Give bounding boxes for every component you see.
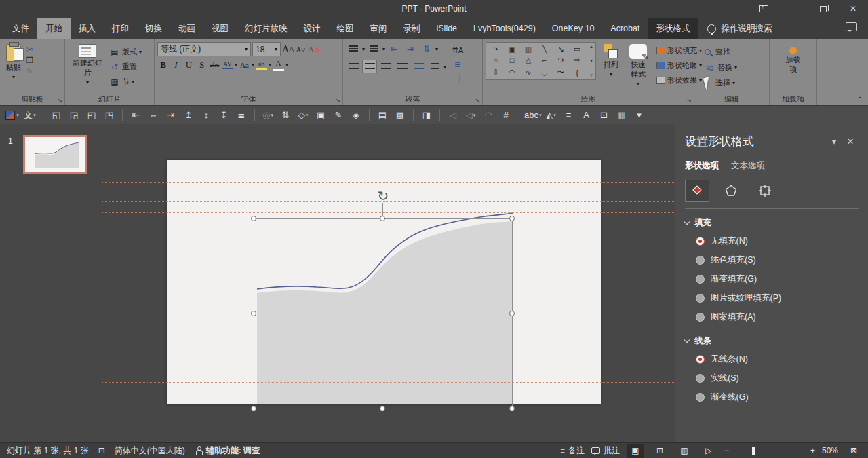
fit-to-window-button[interactable]: ⊠ xyxy=(845,444,863,458)
toolbar-icon-align-top[interactable]: ↥ xyxy=(180,108,197,123)
comments-chat-icon[interactable] xyxy=(846,22,857,31)
new-slide-button[interactable]: 新建幻灯片▾ xyxy=(68,42,107,89)
radio-option-no-line[interactable]: 无线条(N) xyxy=(696,354,859,365)
toolbar-icon-arc-tool[interactable]: ◠ xyxy=(480,108,496,123)
change-case-button[interactable]: Aa xyxy=(239,61,250,69)
shape-tool[interactable]: ╲ xyxy=(536,43,553,55)
fill-section-header[interactable]: 填充 xyxy=(685,217,859,229)
resize-handle-w[interactable] xyxy=(251,311,256,316)
underline-button[interactable]: U xyxy=(183,60,195,71)
shape-tool[interactable]: △ xyxy=(520,55,536,66)
resize-handle-se[interactable] xyxy=(509,406,515,411)
line-section-header[interactable]: 线条 xyxy=(685,335,859,347)
section-button[interactable]: ▦节▾ xyxy=(107,75,144,89)
toolbar-icon-text-effects[interactable]: abc xyxy=(524,108,541,123)
toolbar-icon-swap-size[interactable]: ⇅ xyxy=(277,108,294,123)
font-color-button[interactable]: A xyxy=(273,58,284,71)
bullets-button[interactable] xyxy=(346,42,361,56)
align-text-button[interactable]: ⊟ xyxy=(450,58,465,71)
find-button[interactable]: 查找 xyxy=(703,45,766,59)
zoom-level[interactable]: 50% xyxy=(822,446,838,455)
toolbar-icon-grid-tool[interactable]: # xyxy=(498,108,514,123)
radio-option-solid-line[interactable]: 实线(S) xyxy=(696,373,859,384)
accessibility-status[interactable]: 辅助功能: 调查 xyxy=(195,445,260,457)
toolbar-icon-format-brush[interactable]: ✎ xyxy=(330,108,347,123)
toolbar-icon-more-tools[interactable]: ▾ xyxy=(631,108,647,123)
shape-tool[interactable]: ◠ xyxy=(504,66,520,79)
shrink-font-button[interactable]: A˅ xyxy=(295,45,307,54)
shape-tool[interactable]: ⌐ xyxy=(536,55,553,66)
resize-handle-ne[interactable] xyxy=(509,216,515,221)
slide-thumbnail[interactable] xyxy=(23,135,87,174)
shape-tool[interactable]: ○ xyxy=(488,55,504,66)
zoom-in-button[interactable]: + xyxy=(810,446,815,455)
slide-sorter-view-button[interactable]: ⊞ xyxy=(651,444,669,458)
bold-button[interactable]: B xyxy=(157,60,169,71)
close-button[interactable]: ✕ xyxy=(838,0,868,18)
menu-tab-print[interactable]: 打印 xyxy=(104,18,137,39)
toolbar-icon-merge-shapes[interactable]: ◎ xyxy=(260,108,276,123)
toolbar-icon-edit-wrap-points[interactable]: ◁ xyxy=(462,108,479,123)
fill-line-icon-button[interactable] xyxy=(685,180,709,202)
distributed-button[interactable] xyxy=(411,60,426,73)
toolbar-icon-align-right[interactable]: ⇥ xyxy=(163,108,179,123)
shape-tool[interactable]: □ xyxy=(504,55,520,66)
align-right-button[interactable] xyxy=(378,60,393,73)
collapse-ribbon-button[interactable]: ⌃ xyxy=(857,96,863,103)
cut-icon[interactable]: ✂ xyxy=(24,45,35,54)
radio-option-solid-fill[interactable]: 纯色填充(S) xyxy=(696,254,859,266)
menu-tab-design[interactable]: 设计 xyxy=(296,18,329,39)
toolbar-icon-picture-placeholder-2[interactable]: ▩ xyxy=(392,108,408,123)
menu-tab-shape-format[interactable]: 形状格式 xyxy=(648,18,698,39)
tellme-search[interactable]: 操作说明搜索 xyxy=(721,23,772,35)
shape-tool[interactable]: 〜 xyxy=(553,66,569,79)
size-properties-icon-button[interactable] xyxy=(753,180,777,202)
resize-handle-n[interactable] xyxy=(380,216,385,221)
menu-tab-transitions[interactable]: 切换 xyxy=(137,18,170,39)
toolbar-icon-frame-tool[interactable]: ⊡ xyxy=(595,108,612,123)
shape-tool[interactable]: ▣ xyxy=(504,43,520,55)
format-painter-icon[interactable]: ✎ xyxy=(24,66,35,76)
menu-tab-view[interactable]: 视图 xyxy=(203,18,237,39)
menu-tab-islide[interactable]: iSlide xyxy=(429,18,466,39)
shape-tool[interactable]: ◔ xyxy=(488,43,504,55)
arrange-button[interactable]: 排列▾ xyxy=(600,42,622,79)
shapes-gallery-scroll[interactable]: ▴▾▿ xyxy=(587,42,596,80)
radio-option-picture-fill[interactable]: 图片或纹理填充(P) xyxy=(696,292,859,304)
quick-styles-button[interactable]: 快速样式▾ xyxy=(626,42,650,89)
shape-tool[interactable]: ⇩ xyxy=(488,66,504,79)
shape-tool[interactable]: ◡ xyxy=(536,66,553,79)
font-name-combo[interactable]: 等线 (正文)▾ xyxy=(157,42,251,56)
shape-tool[interactable]: ▥ xyxy=(520,43,536,55)
menu-tab-home[interactable]: 开始 xyxy=(37,18,71,39)
comments-button[interactable]: 批注 xyxy=(591,445,620,457)
character-spacing-button[interactable]: AV xyxy=(222,60,233,69)
paste-button[interactable]: 粘贴▾ xyxy=(3,42,24,82)
numbering-button[interactable] xyxy=(366,42,381,56)
shadow-button[interactable]: S xyxy=(196,60,208,71)
radio-option-pattern-fill[interactable]: 图案填充(A) xyxy=(696,311,859,323)
strikethrough-button[interactable]: abc xyxy=(209,61,220,69)
menu-tab-onekey[interactable]: OneKey 10 xyxy=(544,18,603,39)
italic-button[interactable]: I xyxy=(170,60,182,71)
justify-button[interactable] xyxy=(395,60,410,73)
toolbar-icon-bring-to-front[interactable]: ◱ xyxy=(48,108,64,123)
addins-button[interactable]: 加载项 xyxy=(780,45,807,77)
toolbar-icon-insert-shape[interactable]: ◇ xyxy=(295,108,311,123)
menu-tab-insert[interactable]: 插入 xyxy=(71,18,104,39)
grow-font-button[interactable]: A˄ xyxy=(282,44,294,55)
shape-tool[interactable]: { xyxy=(569,66,585,79)
toolbar-icon-fill-color-grid[interactable] xyxy=(4,108,20,123)
smartart-button[interactable]: ⇶ xyxy=(450,72,465,85)
shape-tool[interactable]: ▭ xyxy=(569,43,585,55)
shapes-gallery[interactable]: ◔▣▥╲↘▭○□△⌐↪⇨⇩◠∿◡〜{ xyxy=(486,42,587,80)
toolbar-icon-bring-forward[interactable]: ◰ xyxy=(83,108,100,123)
menu-tab-slideshow[interactable]: 幻灯片放映 xyxy=(237,18,296,39)
language-indicator[interactable]: 简体中文(中国大陆) xyxy=(115,445,185,457)
layout-button[interactable]: ▤版式▾ xyxy=(107,45,144,59)
resize-handle-nw[interactable] xyxy=(251,216,256,221)
menu-tab-lvyhtools[interactable]: LvyhTools(0429) xyxy=(465,18,544,39)
columns-button[interactable] xyxy=(427,60,442,73)
menu-tab-file[interactable]: 文件 xyxy=(4,18,37,39)
toolbar-icon-align-center[interactable]: ⇔ xyxy=(145,108,161,123)
